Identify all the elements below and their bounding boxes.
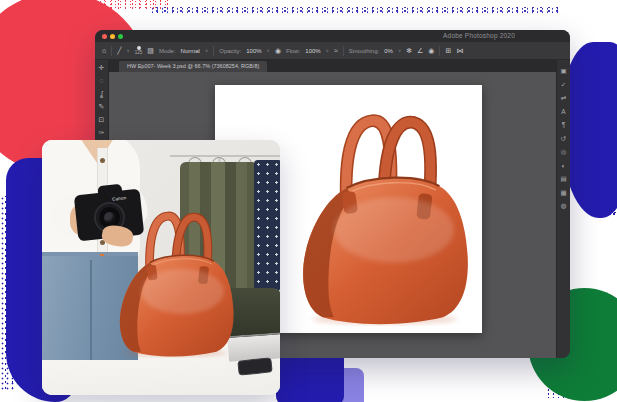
jeans-seam (90, 260, 92, 360)
panel-layers-icon[interactable]: ▤ (557, 174, 570, 183)
hero-composition: Adobe Photoshop 2020 ⌂ ╱ ∨ 125 ▨ Mode: N… (0, 0, 617, 402)
polka-dot-garment (254, 160, 280, 296)
symmetry-icon[interactable]: ⋈ (456, 47, 463, 54)
clothes-rack-bar (170, 155, 280, 157)
edit-toolbar-icon[interactable]: ⊞ (445, 47, 451, 54)
mode-label: Mode: (159, 48, 176, 54)
handbag-product-photo (112, 196, 238, 358)
brush-angle-icon[interactable]: ∠ (417, 47, 423, 54)
document-tab[interactable]: HW Ep007- Week 3.psd @ 66.7% (73608254, … (119, 61, 267, 72)
panel-color-icon[interactable]: ◐ (557, 161, 570, 170)
window-title: Adobe Photoshop 2020 (443, 32, 515, 39)
panel-paragraph-icon[interactable]: ¶ (557, 120, 570, 129)
chevron-down-icon[interactable]: ∨ (205, 48, 208, 53)
studio-photo-card: Canon (42, 140, 280, 395)
decor-top-dotted-line (150, 7, 558, 14)
tool-crop[interactable]: ⊡ (95, 115, 108, 126)
chevron-down-icon[interactable]: ∨ (398, 48, 401, 53)
panel-adjustments-icon[interactable]: ◎ (557, 147, 570, 156)
zoom-button[interactable] (118, 34, 123, 39)
cardigan-button (100, 158, 105, 163)
panel-actions-icon[interactable]: ✓ (557, 80, 570, 89)
tool-move[interactable]: ✛ (95, 63, 108, 74)
window-titlebar[interactable]: Adobe Photoshop 2020 (95, 30, 570, 42)
chevron-down-icon[interactable]: ∨ (126, 48, 129, 53)
brush-size-value: 125 (135, 51, 143, 56)
panel-properties-icon[interactable]: ▣ (557, 66, 570, 75)
panel-dock: ▣ ✓ ⇄ A ¶ ↺ ◎ ◐ ▤ ▦ ◍ (556, 60, 570, 358)
tool-lasso[interactable]: ʆ (95, 89, 108, 100)
tool-options-bar: ⌂ ╱ ∨ 125 ▨ Mode: Normal ∨ Opacity: 100%… (95, 42, 570, 60)
opacity-select[interactable]: 100% (246, 48, 261, 54)
tool-eyedropper[interactable]: ✑ (95, 128, 108, 139)
document-tab-bar: HW Ep007- Week 3.psd @ 66.7% (73608254, … (109, 60, 556, 72)
traffic-lights (102, 34, 123, 39)
panel-swap-icon[interactable]: ⇄ (557, 93, 570, 102)
chevron-down-icon[interactable]: ∨ (326, 48, 329, 53)
brush-tool-icon[interactable]: ╱ (117, 47, 121, 54)
tool-marquee[interactable]: ◌ (95, 76, 108, 87)
close-button[interactable] (102, 34, 107, 39)
toggle-brush-panel-icon[interactable]: ▨ (147, 47, 154, 54)
handbag-cutout-image (292, 91, 474, 327)
smoothing-select[interactable]: 0% (384, 48, 393, 54)
chevron-down-icon[interactable]: ∨ (267, 48, 270, 53)
opacity-label: Opacity: (219, 48, 241, 54)
mode-select[interactable]: Normal (181, 48, 200, 54)
decor-navy-right-dots (592, 48, 617, 216)
divider (343, 46, 344, 56)
pressure-size-icon[interactable]: ◉ (428, 47, 434, 54)
divider (439, 46, 440, 56)
panel-channels-icon[interactable]: ▦ (557, 188, 570, 197)
panel-libraries-icon[interactable]: ◍ (557, 201, 570, 210)
gear-icon[interactable]: ✻ (406, 47, 412, 54)
panel-character-icon[interactable]: A (557, 107, 570, 116)
divider (111, 46, 112, 56)
flow-select[interactable]: 100% (305, 48, 320, 54)
pressure-opacity-icon[interactable]: ◉ (275, 47, 281, 54)
tool-quick-selection[interactable]: ✎ (95, 102, 108, 113)
divider (213, 46, 214, 56)
decor-navy-left-dots (0, 196, 16, 392)
airbrush-icon[interactable]: ≈ (334, 47, 338, 54)
panel-history-icon[interactable]: ↺ (557, 134, 570, 143)
home-icon[interactable]: ⌂ (102, 47, 106, 54)
smoothing-label: Smoothing: (349, 48, 379, 54)
brush-preset-picker[interactable]: 125 (135, 46, 143, 56)
flow-label: Flow: (286, 48, 300, 54)
minimize-button[interactable] (110, 34, 115, 39)
